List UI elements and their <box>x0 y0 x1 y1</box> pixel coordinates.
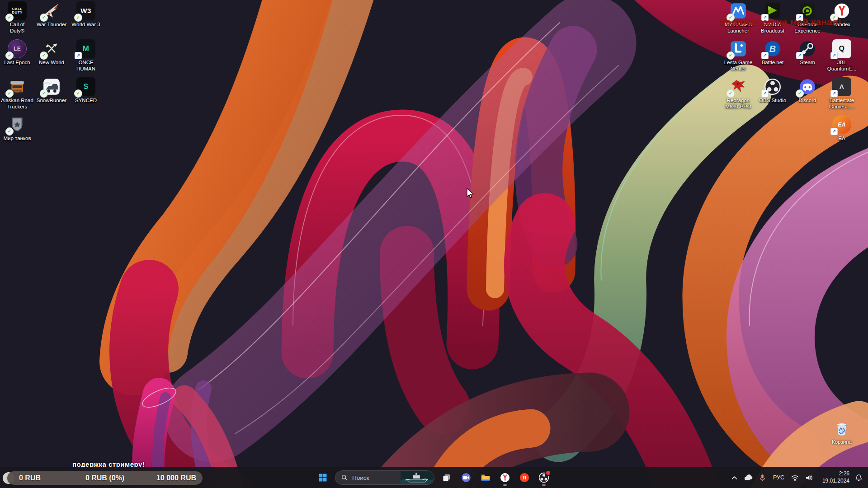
icon-label: JBLQuantumE... <box>821 60 862 72</box>
donation-goal: 10 000 RUB <box>156 474 196 482</box>
recycle-bin[interactable]: Корзина <box>821 419 862 446</box>
recycle-bin-icon <box>832 419 851 438</box>
donation-progress-bar: 0 RUB 0 RUB (0%) 10 000 RUB <box>2 471 203 485</box>
battlestate-games-icon: Λ↗ <box>832 77 851 96</box>
sync-check-badge: ✓ <box>40 52 48 60</box>
shortcut-arrow-badge: ↗ <box>796 52 803 59</box>
taskbar-center-group: Поиск Я <box>314 467 553 488</box>
wifi-icon[interactable] <box>790 473 800 483</box>
snowrunner-icon: ✓ <box>42 77 61 96</box>
yandex-browser-button[interactable] <box>496 469 514 487</box>
task-view-button[interactable] <box>438 469 456 487</box>
war-thunder-icon: ✓ <box>42 1 61 20</box>
teams-chat-button[interactable] <box>457 469 475 487</box>
clock-time: 2:26 <box>818 470 849 478</box>
taskbar-search[interactable]: Поиск <box>335 470 434 485</box>
icon-label: EA <box>821 136 862 142</box>
icon-label: BattlestateGames L... <box>821 98 862 110</box>
search-placeholder: Поиск <box>352 474 401 481</box>
sync-check-badge: ✓ <box>5 52 14 60</box>
sync-check-badge: ✓ <box>74 89 82 98</box>
sync-check-badge: ✓ <box>5 14 14 22</box>
taskbar-app-buttons: Я <box>438 469 553 487</box>
running-indicator <box>542 484 546 486</box>
channel-overlay-text: подпишись на мой канал! <box>720 17 868 28</box>
volume-icon[interactable] <box>804 473 814 483</box>
sync-check-badge: ✓ <box>5 127 14 136</box>
call-of-duty-icon: CALLDUTY✓ <box>8 1 27 20</box>
onedrive-icon[interactable] <box>744 473 754 483</box>
desktop[interactable]: CALLDUTY✓Call ofDuty®✓War ThunderW3✓Worl… <box>0 0 868 488</box>
yandex-app-icon: Я <box>519 472 530 483</box>
file-explorer-icon <box>480 472 491 483</box>
shortcut-arrow-badge: ↗ <box>761 52 769 59</box>
alaskan-road-truckers-icon: ✓ <box>8 77 27 96</box>
ea-icon: EA↗ <box>832 115 851 134</box>
task-view-icon <box>441 472 453 483</box>
yandex-app-button[interactable]: Я <box>515 469 533 487</box>
icon-label: World War 3 <box>66 22 106 28</box>
shortcut-arrow-badge: ↗ <box>830 52 838 59</box>
shortcut-arrow-badge: ↗ <box>830 128 838 135</box>
search-icon <box>341 474 348 481</box>
battlestate-games[interactable]: Λ↗BattlestateGames L... <box>821 77 862 110</box>
sync-check-badge: ✓ <box>74 14 82 22</box>
once-human[interactable]: M↗ONCEHUMAN <box>66 39 106 72</box>
synced[interactable]: S✓SYNCED <box>66 77 106 104</box>
notification-bell-icon[interactable] <box>854 473 863 483</box>
yandex-browser-icon <box>499 472 511 483</box>
sync-check-badge: ✓ <box>726 52 735 60</box>
sync-check-badge: ✓ <box>796 89 804 98</box>
language-indicator[interactable]: РУС <box>772 474 786 481</box>
sync-check-badge: ✓ <box>40 89 48 98</box>
file-explorer-button[interactable] <box>476 469 495 487</box>
mir-tankov[interactable]: ✓Мир танков <box>0 115 38 142</box>
steam-icon: ↗ <box>798 39 817 58</box>
world-war-3[interactable]: W3✓World War 3 <box>66 1 106 28</box>
sync-check-badge: ✓ <box>40 14 48 22</box>
donation-pill: 0 RUB 0 RUB (0%) 10 000 RUB <box>7 471 203 485</box>
icon-label: ONCEHUMAN <box>66 60 106 72</box>
shortcut-arrow-badge: ↗ <box>761 90 769 97</box>
jbl-quantum[interactable]: Q↗JBLQuantumE... <box>821 39 862 72</box>
icon-label: Мир танков <box>0 136 38 142</box>
shortcut-arrow-badge: ↗ <box>75 52 82 59</box>
mir-tankov-icon: ✓ <box>8 115 27 134</box>
discord-icon: ✓ <box>798 77 817 96</box>
redragon-m690-pro-icon: ✓ <box>729 77 748 96</box>
obs-studio-icon: ↗ <box>763 77 782 96</box>
lesta-game-center-icon: ✓ <box>729 39 748 58</box>
obs-studio-button[interactable] <box>535 469 553 487</box>
microphone-indicator-icon[interactable] <box>758 473 768 483</box>
icon-label: SYNCED <box>66 98 106 104</box>
sync-check-badge: ✓ <box>5 89 14 98</box>
new-world-icon: ✓ <box>42 39 61 58</box>
synced-icon: S✓ <box>76 77 95 96</box>
icon-label: Корзина <box>821 439 862 446</box>
jbl-quantum-icon: Q↗ <box>832 39 851 58</box>
tray-chevron-icon[interactable] <box>730 473 740 483</box>
search-highlight-image[interactable] <box>401 471 434 484</box>
battle-net-icon: B↗ <box>763 39 782 58</box>
teams-chat-icon <box>460 472 472 483</box>
clock-date: 19.01.2024 <box>818 478 849 485</box>
svg-text:B: B <box>769 44 776 54</box>
ea[interactable]: EA↗EA <box>821 115 862 142</box>
start-button[interactable] <box>314 469 332 487</box>
svg-text:Я: Я <box>523 475 526 480</box>
shortcut-arrow-badge: ↗ <box>830 90 838 97</box>
clock[interactable]: 2:26 19.01.2024 <box>818 470 849 484</box>
notification-dot <box>545 470 551 476</box>
windows-logo-icon <box>317 472 329 483</box>
world-war-3-icon: W3✓ <box>76 1 95 20</box>
last-epoch-icon: LE✓ <box>8 39 27 58</box>
running-indicator <box>503 484 507 486</box>
desktop-wallpaper <box>0 0 868 488</box>
system-tray: РУС 2:26 19.01.2024 <box>725 467 868 488</box>
sync-check-badge: ✓ <box>726 89 735 98</box>
once-human-icon: M↗ <box>76 39 95 58</box>
